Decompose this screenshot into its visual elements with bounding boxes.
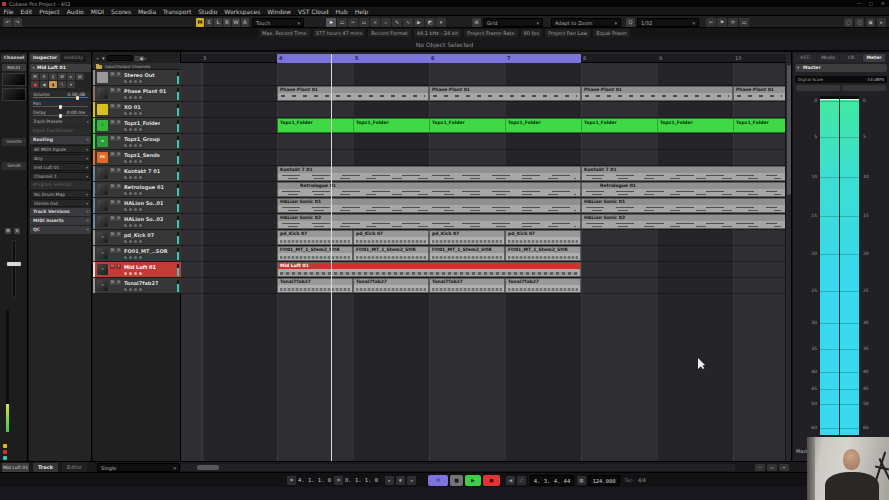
visibility-zones-select[interactable]: Single▾	[97, 463, 180, 472]
right-locator-icon[interactable]: ⚑	[334, 476, 343, 485]
horizontal-scrollbar[interactable]	[181, 464, 735, 471]
solo-button[interactable]: S	[116, 248, 121, 253]
channel-mute-button[interactable]: M	[5, 228, 11, 234]
track-control-icon[interactable]	[129, 80, 132, 83]
tool-7-button[interactable]: ✎	[392, 18, 402, 27]
inspector-row-midi-inserts[interactable]: MIDI Inserts≡	[30, 217, 91, 225]
track-row-topz1-folder[interactable]: ▱MSTopz1_Folder	[93, 118, 181, 134]
clip-mid-luft-01[interactable]: Mid Luft 01	[277, 262, 581, 277]
mute-button[interactable]: M	[110, 232, 115, 237]
tool-10-button[interactable]: ◩	[425, 18, 435, 27]
track-control-icon[interactable]	[129, 256, 132, 259]
track-control-icon[interactable]	[124, 80, 127, 83]
solo-button[interactable]: S	[116, 216, 121, 221]
track-control-icon[interactable]	[124, 240, 127, 243]
quantize-tool-1-icon[interactable]: ✂	[706, 18, 716, 27]
track-control-icon[interactable]	[134, 112, 137, 115]
track-row-phase-plant-01[interactable]: MSPhase Plant 01	[93, 86, 181, 102]
track-control-icon[interactable]	[134, 208, 137, 211]
track-row-halion-so-01[interactable]: MSHALion So..01	[93, 198, 181, 214]
mute-button[interactable]: M	[110, 264, 115, 269]
solo-button[interactable]: S	[116, 72, 121, 77]
inspector-row-inst-luft-01[interactable]: Inst Luft 01▾	[30, 163, 91, 171]
menu-item-help[interactable]: Help	[351, 8, 372, 15]
meter-mode-button[interactable]	[796, 85, 840, 91]
clip-phase-plant-01[interactable]: Phase Plant 01	[277, 86, 429, 101]
inspector-row-qc[interactable]: QC≡	[30, 226, 91, 234]
clip-tonal7fab27[interactable]: Tonal7fab27	[353, 278, 429, 293]
master-section-header[interactable]: Master	[795, 64, 887, 72]
tab-meter[interactable]: Meter	[863, 54, 885, 62]
track-control-icon[interactable]	[129, 176, 132, 179]
automation-r-button[interactable]: R	[223, 18, 231, 27]
track-control-icon[interactable]	[134, 272, 137, 275]
inspector-row-delay[interactable]: Delay0.00 ms	[30, 109, 91, 117]
clip-phase-plant-01[interactable]: Phase Plant 01	[733, 86, 786, 101]
track-row-tonal7fab27[interactable]: ∿MSTonal7fab27	[93, 278, 181, 294]
inspector-row-all-midi-inputs[interactable]: All MIDI Inputs▾	[30, 145, 91, 153]
track-control-icon[interactable]	[134, 96, 137, 99]
layout-button-3[interactable]: ▣	[866, 18, 875, 27]
layout-button-2[interactable]: ◫	[855, 18, 864, 27]
solo-button[interactable]: S	[116, 184, 121, 189]
mute-button[interactable]: M	[110, 88, 115, 93]
track-row-pd-kick-07[interactable]: ∿MSpd_Kick 07	[93, 230, 181, 246]
track-control-icon[interactable]	[134, 192, 137, 195]
undo-icon[interactable]: ↶	[3, 18, 12, 27]
time-signature[interactable]: 4/4	[638, 477, 646, 483]
automation-m-button[interactable]: M	[196, 18, 204, 27]
inspector-row-volume[interactable]: Volume0.00 dB	[30, 91, 91, 99]
clip-phase-plant-01[interactable]: Phase Plant 01	[581, 86, 733, 101]
sends-slot[interactable]: Sends	[2, 162, 26, 170]
track-control-icon[interactable]	[139, 192, 142, 195]
grid-zoom-select[interactable]: Adapt to Zoom▾	[551, 18, 621, 27]
mute-button[interactable]: M	[110, 152, 115, 157]
track-control-icon[interactable]	[129, 144, 132, 147]
quantize-tool-2-icon[interactable]: ⚑	[717, 18, 727, 27]
track-control-icon[interactable]	[129, 160, 132, 163]
menu-item-workspaces[interactable]: Workspaces	[221, 8, 264, 15]
track-control-icon[interactable]	[139, 112, 142, 115]
track-control-icon[interactable]	[129, 288, 132, 291]
inspector-row-routing[interactable]: Routing≡	[30, 136, 91, 144]
zoom-out-button[interactable]: −	[755, 464, 765, 471]
mute-button[interactable]: M	[110, 216, 115, 221]
redo-icon[interactable]: ↷	[13, 18, 22, 27]
menu-item-scores[interactable]: Scores	[108, 8, 135, 15]
clip-kontakt-7-01[interactable]: Kontakt 7 01	[277, 166, 581, 181]
track-row-topz1-group[interactable]: ≡MSTopz1_Group	[93, 134, 181, 150]
track-row-xo-01[interactable]: MSXO 01	[93, 102, 181, 118]
track-control-icon[interactable]	[134, 176, 137, 179]
tempo-display[interactable]: 124.000	[588, 475, 620, 486]
inspector-row-track-versions[interactable]: Track Versions≡	[30, 208, 91, 216]
grid-type-select[interactable]: Grid▾	[483, 18, 543, 27]
locator-range[interactable]	[277, 54, 581, 63]
track-control-icon[interactable]	[129, 240, 132, 243]
layout-button-4[interactable]: ▸	[877, 18, 886, 27]
track-control-icon[interactable]	[129, 224, 132, 227]
track-row-retrologue-01[interactable]: MSRetrologue 01	[93, 182, 181, 198]
tool-6-button[interactable]: ⌕	[381, 18, 391, 27]
track-control-icon[interactable]	[124, 272, 127, 275]
mute-button[interactable]: M	[110, 248, 115, 253]
stop-button[interactable]: ■	[450, 475, 463, 486]
clip-halion-sonic-02[interactable]: HALion Sonic 02	[581, 214, 786, 229]
track-control-icon[interactable]	[124, 208, 127, 211]
track-control-icon[interactable]	[139, 128, 142, 131]
track-control-icon[interactable]	[124, 176, 127, 179]
inspector-row-stereo-out[interactable]: Stereo Out▾	[30, 199, 91, 207]
track-control-icon[interactable]	[134, 80, 137, 83]
tab-channel[interactable]: Channel	[1, 54, 27, 62]
solo-button[interactable]: S	[116, 88, 121, 93]
solo-button[interactable]: S	[116, 168, 121, 173]
tool-11-button[interactable]: ▾	[436, 18, 446, 27]
clip-tonal7fab27[interactable]: Tonal7fab27	[277, 278, 353, 293]
clip-fo01-mt-1-stem2-sor[interactable]: FO01_MT_1_Stem2_SOR	[429, 246, 505, 261]
track-control-icon[interactable]	[134, 128, 137, 131]
clip-halion-sonic-01[interactable]: HALion Sonic 01	[581, 198, 786, 213]
menu-item-edit[interactable]: Edit	[17, 8, 36, 15]
track-control-icon[interactable]	[129, 128, 132, 131]
snap-grid-icon[interactable]: ⊞	[472, 18, 481, 27]
minimize-button[interactable]: —	[853, 1, 865, 6]
track-control-icon[interactable]	[139, 272, 142, 275]
